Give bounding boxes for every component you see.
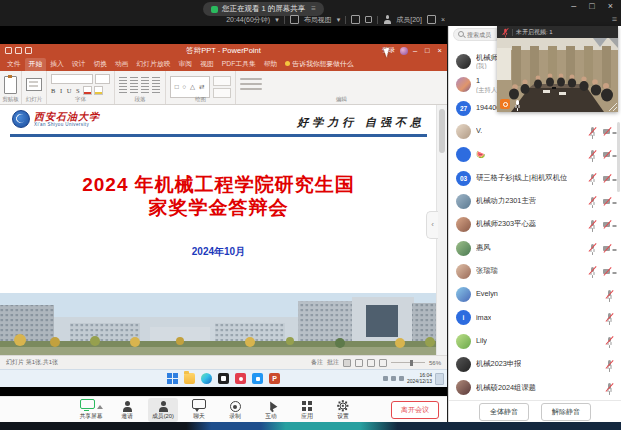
toolbar-item[interactable]: 应用 xyxy=(292,398,322,422)
panel-popout-icon[interactable] xyxy=(427,15,436,24)
slide-scrollbar-thumb[interactable] xyxy=(439,109,445,153)
fullscreen-icon[interactable] xyxy=(351,15,360,24)
member-list-scrollbar[interactable] xyxy=(617,122,620,192)
app-dark-icon[interactable] xyxy=(218,373,229,384)
member-row[interactable]: 机械动力2301主营 xyxy=(449,190,621,213)
font-size-box[interactable] xyxy=(95,74,110,84)
normal-view-icon[interactable] xyxy=(343,359,351,367)
caret-up-icon[interactable] xyxy=(97,405,103,409)
camera-off-icon[interactable] xyxy=(603,220,613,229)
paste-icon[interactable] xyxy=(4,76,17,94)
search-input[interactable] xyxy=(467,32,497,38)
panel-menu-icon[interactable]: ≡ xyxy=(612,14,617,24)
reading-view-icon[interactable] xyxy=(367,359,375,367)
app-red-icon[interactable] xyxy=(235,373,246,384)
ppt-tab[interactable]: 视图 xyxy=(196,58,218,71)
font-style-buttons[interactable]: B I U S xyxy=(51,86,81,95)
panel-collapse-tab[interactable]: ‹ xyxy=(426,211,438,239)
members-badge[interactable]: 成员[20] xyxy=(396,15,422,25)
toolbar-item[interactable]: 聊天 xyxy=(184,398,214,422)
start-button-icon[interactable] xyxy=(167,373,178,384)
mic-muted-icon[interactable] xyxy=(588,243,596,253)
comments-toggle[interactable]: 批注 xyxy=(327,358,339,367)
mic-muted-icon[interactable] xyxy=(605,336,613,346)
tray-battery-icon[interactable] xyxy=(399,376,404,381)
ribbon-group-font[interactable]: B I U S 字体 xyxy=(47,71,115,104)
ribbon-group-drawing[interactable]: □ ○ △ ⇄ 绘图 xyxy=(166,71,236,104)
ribbon-group-clipboard[interactable]: 剪贴板 xyxy=(0,71,22,104)
app-blue-icon[interactable] xyxy=(252,373,263,384)
close-button[interactable]: × xyxy=(608,1,613,12)
member-search-box[interactable] xyxy=(453,28,501,41)
toolbar-item[interactable]: 邀请 xyxy=(112,398,142,422)
ppt-minimize-button[interactable]: – xyxy=(413,46,417,55)
ribbon-group-editing[interactable]: 编辑 xyxy=(236,71,447,104)
notes-toggle[interactable]: 备注 xyxy=(311,358,323,367)
new-slide-icon[interactable] xyxy=(26,78,42,91)
slideshow-icon[interactable] xyxy=(379,359,387,367)
file-explorer-icon[interactable] xyxy=(184,373,195,384)
minimize-button[interactable]: – xyxy=(571,1,576,12)
ribbon-group-slides[interactable]: 幻灯片 xyxy=(22,71,47,104)
member-row[interactable]: V. xyxy=(449,120,621,143)
notification-center-icon[interactable] xyxy=(435,373,444,385)
camera-off-icon[interactable] xyxy=(603,150,613,159)
mic-muted-icon[interactable] xyxy=(588,173,596,183)
ppt-tab[interactable]: 帮助 xyxy=(260,58,282,71)
zoom-level[interactable]: 56% xyxy=(429,360,441,366)
ribbon-group-paragraph[interactable]: 段落 xyxy=(115,71,166,104)
panel-close-icon[interactable]: × xyxy=(441,16,445,23)
member-row[interactable]: 机械2023申报 xyxy=(449,353,621,376)
mic-muted-icon[interactable] xyxy=(588,150,596,160)
taskbar-clock[interactable]: 16:04 2024/12/13 xyxy=(407,373,432,384)
member-row[interactable]: 张瑞瑞 xyxy=(449,260,621,283)
layout-caret-icon[interactable]: ▾ xyxy=(337,16,341,24)
camera-off-icon[interactable] xyxy=(603,267,613,276)
popout-icon[interactable] xyxy=(365,16,372,23)
ppt-maximize-button[interactable]: □ xyxy=(425,46,430,55)
editing-buttons[interactable] xyxy=(240,78,262,90)
font-color-icon[interactable] xyxy=(83,86,92,95)
edge-browser-icon[interactable] xyxy=(201,373,212,384)
member-row[interactable]: 机械硕2024组课题 xyxy=(449,376,621,399)
mic-muted-icon[interactable] xyxy=(605,383,613,393)
ppt-tab[interactable]: 动画 xyxy=(111,58,133,71)
shared-screen-view[interactable]: 答辩PPT - PowerPoint 登录 – □ × 告诉我你想要做什么 xyxy=(0,26,447,396)
slide-canvas[interactable]: 西安石油大学 Xi'an Shiyou University 好学力行 自强不息… xyxy=(0,105,447,355)
video-resize-handle[interactable] xyxy=(609,103,617,111)
ppt-tab[interactable]: 幻灯片放映 xyxy=(133,58,175,71)
mic-muted-icon[interactable] xyxy=(605,360,613,370)
mic-muted-icon[interactable] xyxy=(588,266,596,276)
ppt-tab[interactable]: 切换 xyxy=(89,58,111,71)
zoom-slider-thumb[interactable] xyxy=(410,360,413,366)
ppt-tab[interactable]: 文件 xyxy=(3,58,25,71)
toolbar-item[interactable]: 共享屏幕 xyxy=(76,398,106,422)
camera-off-icon[interactable] xyxy=(603,197,613,206)
duration-caret-icon[interactable]: ▾ xyxy=(275,16,279,24)
tray-network-icon[interactable] xyxy=(383,376,388,381)
ppt-tab[interactable]: PDF工具集 xyxy=(218,58,260,71)
toolbar-item[interactable]: 互动 xyxy=(256,398,286,422)
ppt-close-button[interactable]: × xyxy=(438,46,442,55)
active-speaker-video[interactable]: 未开启视频: 1 xyxy=(497,26,618,112)
member-row[interactable]: 机械师2303平心蕊 xyxy=(449,213,621,236)
member-row[interactable]: 03 研三格子衫|线上|相机双机位 xyxy=(449,166,621,189)
mic-muted-icon[interactable] xyxy=(588,220,596,230)
highlight-color-icon[interactable] xyxy=(94,86,103,95)
maximize-button[interactable]: □ xyxy=(589,1,594,12)
account-avatar[interactable] xyxy=(400,47,408,55)
toolbar-item[interactable]: 录制 xyxy=(220,398,250,422)
powerpoint-icon[interactable]: P xyxy=(269,373,280,384)
ppt-tab[interactable]: 开始 xyxy=(25,58,47,71)
camera-off-icon[interactable] xyxy=(603,174,613,183)
member-row[interactable]: Lily xyxy=(449,330,621,353)
toolbar-item[interactable]: 设置 xyxy=(328,398,358,422)
tray-volume-icon[interactable] xyxy=(391,376,396,381)
mic-muted-icon[interactable] xyxy=(605,313,613,323)
video-frame[interactable] xyxy=(497,38,618,112)
ppt-tellme-tab[interactable]: 告诉我你想要做什么 xyxy=(281,58,357,71)
mic-muted-icon[interactable] xyxy=(605,290,613,300)
mute-all-button[interactable]: 全体静音 xyxy=(479,403,529,421)
toolbar-item[interactable]: 成员(20) xyxy=(148,398,178,422)
leave-meeting-button[interactable]: 离开会议 xyxy=(391,401,439,419)
